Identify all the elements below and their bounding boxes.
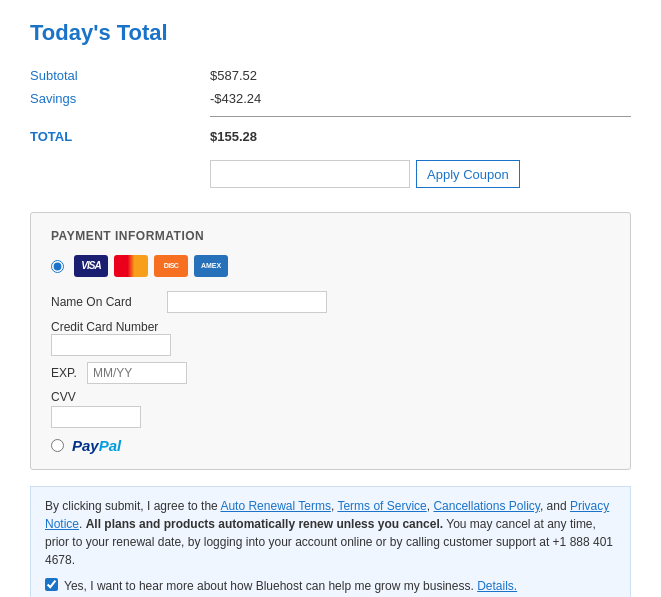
paypal-row: PayPal xyxy=(51,438,610,453)
exp-row: EXP. xyxy=(51,362,610,384)
newsletter-text: Yes, I want to hear more about how Blueh… xyxy=(64,579,474,593)
payment-title: PAYMENT INFORMATION xyxy=(51,229,610,243)
details-link[interactable]: Details. xyxy=(477,579,517,593)
name-on-card-row: Name On Card xyxy=(51,291,610,313)
cc-number-input[interactable] xyxy=(51,334,171,356)
paypal-text-pal: Pal xyxy=(99,437,122,454)
summary-divider xyxy=(210,116,631,117)
newsletter-checkbox-row: Yes, I want to hear more about how Blueh… xyxy=(45,577,616,595)
terms-prefix: By clicking submit, I agree to the xyxy=(45,499,220,513)
apply-coupon-button[interactable]: Apply Coupon xyxy=(416,160,520,188)
page-title: Today's Total xyxy=(30,20,631,46)
name-on-card-label: Name On Card xyxy=(51,295,161,309)
newsletter-label: Yes, I want to hear more about how Blueh… xyxy=(64,577,517,595)
credit-card-radio[interactable] xyxy=(51,260,64,273)
visa-icon: VISA xyxy=(74,255,108,277)
paypal-radio[interactable] xyxy=(51,439,64,452)
total-row: TOTAL $155.28 xyxy=(30,123,631,150)
mastercard-icon xyxy=(114,255,148,277)
cvv-row: CVV xyxy=(51,390,610,428)
paypal-logo: PayPal xyxy=(72,438,121,453)
summary-table: Subtotal $587.52 Savings -$432.24 TOTAL … xyxy=(30,64,631,150)
terms-period: . xyxy=(79,517,86,531)
coupon-input[interactable] xyxy=(210,160,410,188)
savings-value: -$432.24 xyxy=(210,91,261,106)
cvv-label: CVV xyxy=(51,390,610,404)
discover-icon: DISC xyxy=(154,255,188,277)
name-on-card-input[interactable] xyxy=(167,291,327,313)
auto-renewal-link[interactable]: Auto Renewal Terms xyxy=(220,499,331,513)
total-value: $155.28 xyxy=(210,129,257,144)
coupon-row: Apply Coupon xyxy=(210,160,631,188)
terms-text: By clicking submit, I agree to the Auto … xyxy=(45,499,613,567)
terms-section: By clicking submit, I agree to the Auto … xyxy=(30,486,631,597)
subtotal-value: $587.52 xyxy=(210,68,257,83)
subtotal-row: Subtotal $587.52 xyxy=(30,64,631,87)
terms-and: , and xyxy=(540,499,570,513)
exp-label: EXP. xyxy=(51,366,81,380)
cc-number-block: Credit Card Number xyxy=(51,319,610,356)
exp-input[interactable] xyxy=(87,362,187,384)
paypal-text-pay: Pay xyxy=(72,437,99,454)
cc-number-label: Credit Card Number xyxy=(51,320,158,334)
terms-bold: All plans and products automatically ren… xyxy=(86,517,443,531)
savings-row: Savings -$432.24 xyxy=(30,87,631,110)
payment-section: PAYMENT INFORMATION VISA DISC AMEX Name … xyxy=(30,212,631,470)
subtotal-label: Subtotal xyxy=(30,68,210,83)
cvv-input[interactable] xyxy=(51,406,141,428)
savings-label: Savings xyxy=(30,91,210,106)
card-radio-row: VISA DISC AMEX xyxy=(51,255,610,277)
newsletter-checkbox[interactable] xyxy=(45,578,58,591)
amex-icon: AMEX xyxy=(194,255,228,277)
terms-of-service-link[interactable]: Terms of Service xyxy=(337,499,426,513)
total-label: TOTAL xyxy=(30,129,210,144)
cancellations-policy-link[interactable]: Cancellations Policy xyxy=(433,499,540,513)
